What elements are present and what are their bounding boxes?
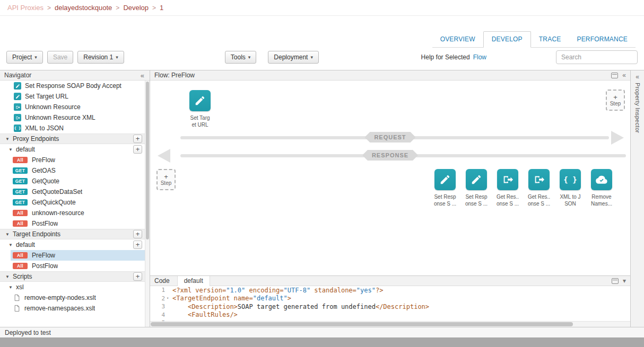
tools-dropdown[interactable]: Tools▾ — [225, 51, 257, 64]
nav-group-default[interactable]: ▼default+ — [0, 239, 145, 250]
nav-file-remove-namespaces-xslt[interactable]: remove-namespaces.xslt — [0, 303, 145, 314]
flow-step-label: Set Response S ... — [465, 194, 488, 207]
code-line[interactable]: 1<?xml version="1.0" encoding="UTF-8" st… — [150, 286, 630, 295]
nav-policy-set-response-soap-body-accept[interactable]: Set Response SOAP Body Accept — [0, 81, 145, 91]
nav-group-xsl[interactable]: ▼xsl — [0, 282, 145, 292]
chevron-down-icon: ▾ — [310, 55, 313, 60]
add-step-button-response[interactable]: + Step — [156, 169, 176, 190]
pencil-icon — [189, 90, 211, 111]
breadcrumb-api-proxies[interactable]: API Proxies — [7, 4, 43, 12]
tab-performance[interactable]: PERFORMANCE — [569, 32, 636, 47]
breadcrumb-revision: 1 — [160, 4, 163, 12]
code-editor[interactable]: 1<?xml version="1.0" encoding="UTF-8" st… — [150, 286, 630, 327]
method-badge: All — [13, 210, 28, 216]
code-tab-default[interactable]: default — [177, 276, 210, 286]
help-flow-link[interactable]: Flow — [473, 54, 486, 61]
policy-label: XML to JSON — [25, 124, 64, 132]
nav-flow-postflow[interactable]: AllPostFlow — [0, 261, 145, 271]
collapse-triangle-icon[interactable]: ▼ — [5, 137, 10, 141]
breadcrumb-develop[interactable]: Develop — [123, 4, 149, 12]
add-button[interactable]: + — [133, 230, 142, 238]
scrollbar-thumb[interactable] — [146, 82, 149, 239]
flow-step-label: RemoveNames... — [591, 194, 612, 207]
collapse-triangle-icon[interactable]: ▼ — [8, 243, 13, 247]
code-line[interactable]: 4 <FaultRules/> — [150, 311, 630, 319]
collapse-triangle-icon[interactable]: ▼ — [8, 285, 13, 290]
revision-dropdown-label: Revision 1 — [83, 54, 113, 61]
code-horizontal-scrollbar[interactable] — [150, 321, 630, 327]
flow-label: PostFlow — [32, 262, 58, 270]
nav-group-default[interactable]: ▼default+ — [0, 144, 145, 155]
flow-step-set-resp-onse-s[interactable]: Set Response S ... — [433, 169, 457, 207]
pencil-icon — [14, 82, 21, 90]
collapse-triangle-icon[interactable]: ▼ — [8, 147, 13, 152]
add-button[interactable]: + — [133, 145, 142, 154]
fold-marker-icon[interactable]: ▾ — [165, 296, 170, 300]
nav-flow-getquote[interactable]: GETGetQuote — [0, 176, 145, 186]
flow-header: Flow: PreFlow « — [150, 70, 630, 81]
deployment-dropdown[interactable]: Deployment▾ — [268, 51, 319, 64]
collapse-triangle-icon[interactable]: ▼ — [5, 274, 10, 279]
response-steps: Set Response S ...Set Response S ...Get … — [433, 169, 613, 207]
nav-file-remove-empty-nodes-xslt[interactable]: remove-empty-nodes.xslt — [0, 292, 145, 303]
code-text: <Description>SOAP target generated from … — [170, 303, 429, 310]
nav-flow-getquickquote[interactable]: GETGetQuickQuote — [0, 197, 145, 208]
expand-property-inspector-icon[interactable]: « — [636, 73, 639, 81]
nav-flow-preflow[interactable]: AllPreFlow — [0, 155, 145, 165]
code-text: <FaultRules/> — [170, 311, 238, 318]
nav-policy-set-target-url[interactable]: Set Target URL — [0, 91, 145, 102]
nav-section-scripts[interactable]: ▼Scripts+ — [0, 271, 145, 282]
add-button[interactable]: + — [133, 135, 142, 143]
flow-step-get-res-onse-s[interactable]: Get Res..onse S ... — [527, 169, 551, 207]
property-inspector-panel[interactable]: « Property Inspector — [630, 70, 644, 327]
flow-step-remove-names[interactable]: RemoveNames... — [590, 169, 613, 207]
policy-label: Set Target URL — [25, 93, 68, 100]
tab-trace[interactable]: TRACE — [531, 32, 569, 47]
code-line[interactable]: 2▾<TargetEndpoint name="default"> — [150, 295, 630, 303]
braces-icon: { } — [14, 124, 21, 132]
property-inspector-label: Property Inspector — [634, 83, 641, 133]
collapse-flow-icon[interactable]: « — [622, 72, 626, 78]
project-dropdown[interactable]: Project▾ — [6, 51, 43, 64]
breadcrumb-proxy-name[interactable]: delayedstockquote — [55, 4, 112, 12]
nav-flow-unknown-resource[interactable]: Allunknown-resource — [0, 208, 145, 218]
collapse-triangle-icon[interactable]: ▼ — [5, 232, 10, 237]
deployment-status-text: Deployed to test — [5, 329, 51, 336]
nav-flow-getoas[interactable]: GETGetOAS — [0, 165, 145, 176]
request-arrow-icon — [611, 131, 624, 145]
nav-flow-preflow[interactable]: AllPreFlow — [0, 250, 145, 261]
add-button[interactable]: + — [133, 272, 142, 281]
collapse-code-icon[interactable]: ▾ — [623, 278, 626, 284]
add-step-button-request[interactable]: + Step — [606, 90, 625, 111]
tab-develop[interactable]: DEVELOP — [483, 31, 531, 48]
nav-policy-unknown-resource[interactable]: Unknown Resource — [0, 102, 145, 112]
navigator-panel: Navigator « Set Response SOAP Body Accep… — [0, 70, 150, 327]
flow-step-xml-to-j-son[interactable]: { }XML to JSON — [559, 169, 582, 207]
method-badge: All — [13, 263, 28, 269]
nav-flow-postflow[interactable]: AllPostFlow — [0, 218, 145, 229]
nav-policy-xml-to-json[interactable]: { }XML to JSON — [0, 123, 145, 134]
tab-overview[interactable]: OVERVIEW — [432, 32, 483, 47]
code-line[interactable]: 3 <Description>SOAP target generated fro… — [150, 302, 630, 311]
save-button[interactable]: Save — [47, 51, 73, 64]
revision-dropdown[interactable]: Revision 1▾ — [77, 51, 124, 64]
flow-step-set-resp-onse-s[interactable]: Set Response S ... — [465, 169, 488, 207]
scrollbar-thumb[interactable] — [151, 322, 573, 326]
collapse-navigator-icon[interactable]: « — [141, 72, 145, 79]
project-dropdown-label: Project — [12, 54, 32, 61]
chevron-down-icon: ▾ — [34, 55, 37, 60]
plus-icon: + — [164, 174, 168, 180]
layout-panel-icon[interactable] — [611, 73, 618, 78]
layout-panel-icon[interactable] — [612, 278, 619, 284]
nav-flow-getquotedataset[interactable]: GETGetQuoteDataSet — [0, 186, 145, 197]
navigator-scrollbar[interactable] — [145, 81, 150, 327]
pencil-icon — [434, 169, 456, 190]
nav-policy-unknown-resource-xml[interactable]: Unknown Resource XML — [0, 112, 145, 123]
add-button[interactable]: + — [133, 241, 142, 249]
flow-step-set-target-url[interactable]: Set Targ et URL — [188, 90, 212, 128]
nav-section-target-endpoints[interactable]: ▼Target Endpoints+ — [0, 229, 145, 239]
flow-step-label: Get Res..onse S ... — [528, 194, 550, 207]
nav-section-proxy-endpoints[interactable]: ▼Proxy Endpoints+ — [0, 134, 145, 144]
flow-step-get-res-onse-s[interactable]: Get Res..onse S ... — [496, 169, 519, 207]
search-input[interactable] — [556, 50, 638, 64]
